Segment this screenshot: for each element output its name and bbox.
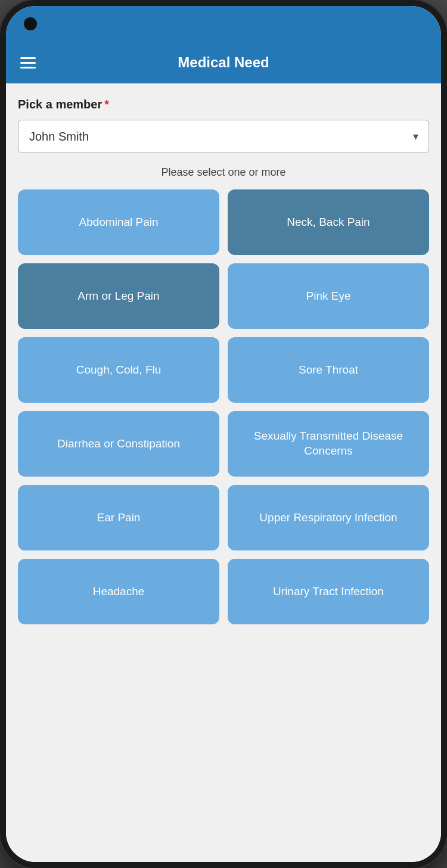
- camera: [24, 17, 37, 30]
- condition-button-arm-leg-pain[interactable]: Arm or Leg Pain: [18, 263, 219, 329]
- pick-member-label: Pick a member*: [18, 98, 429, 111]
- condition-button-headache[interactable]: Headache: [18, 559, 219, 624]
- member-select-wrapper: John Smith ▾: [18, 120, 429, 153]
- hamburger-menu-button[interactable]: [20, 57, 36, 69]
- main-content: Pick a member* John Smith ▾ Please selec…: [6, 83, 441, 862]
- condition-button-sore-throat[interactable]: Sore Throat: [228, 337, 429, 403]
- condition-button-neck-back-pain[interactable]: Neck, Back Pain: [228, 189, 429, 255]
- condition-button-abdominal-pain[interactable]: Abdominal Pain: [18, 189, 219, 255]
- condition-button-upper-respiratory[interactable]: Upper Respiratory Infection: [228, 485, 429, 550]
- status-bar: [6, 6, 441, 42]
- conditions-grid: Abdominal PainNeck, Back PainArm or Leg …: [18, 189, 429, 624]
- condition-button-ear-pain[interactable]: Ear Pain: [18, 485, 219, 550]
- page-title: Medical Need: [48, 54, 399, 71]
- phone-inner: Medical Need Pick a member* John Smith ▾…: [6, 6, 441, 862]
- required-indicator: *: [104, 98, 109, 111]
- member-select[interactable]: John Smith: [18, 120, 429, 153]
- condition-button-cough-cold-flu[interactable]: Cough, Cold, Flu: [18, 337, 219, 403]
- condition-button-std-concerns[interactable]: Sexually Transmitted Disease Concerns: [228, 411, 429, 477]
- instruction-text: Please select one or more: [18, 166, 429, 179]
- condition-button-pink-eye[interactable]: Pink Eye: [228, 263, 429, 329]
- condition-button-urinary-tract[interactable]: Urinary Tract Infection: [228, 559, 429, 624]
- phone-frame: Medical Need Pick a member* John Smith ▾…: [0, 0, 447, 868]
- condition-button-diarrhea-constipation[interactable]: Diarrhea or Constipation: [18, 411, 219, 477]
- app-header: Medical Need: [6, 42, 441, 83]
